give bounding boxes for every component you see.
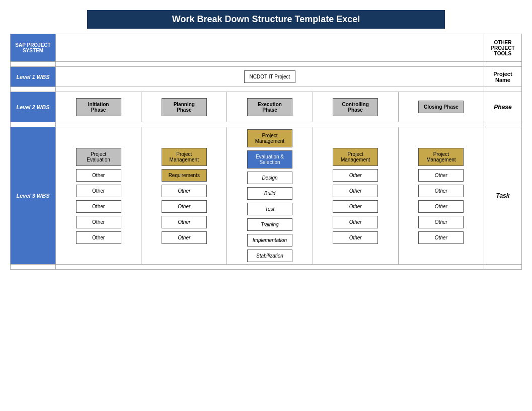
task-execution-4[interactable]: Build [247,187,292,200]
task-controlling-4[interactable]: Other [333,200,378,213]
planning-tasks: Project Management Requirements Other Ot… [141,127,227,265]
task-execution-6[interactable]: Training [247,218,292,231]
task-closing-6[interactable]: Other [418,231,464,244]
task-initiation-3[interactable]: Other [76,185,121,197]
task-controlling-2[interactable]: Other [333,169,378,182]
task-execution-8[interactable]: Stabilization [247,250,292,262]
phase-closing: Closing Phase [418,101,464,113]
controlling-tasks: Project Management Other Other Other Oth… [313,127,398,265]
main-table: SAP PROJECT SYSTEM OTHER PROJECT TOOLS L… [10,34,522,270]
phase-label: Phase [484,92,522,122]
closing-tasks: Project Management Other Other Other Oth… [398,127,484,265]
task-planning-1[interactable]: Project Management [162,148,207,166]
page-title: Work Break Down Structure Template Excel [87,10,445,29]
task-planning-5[interactable]: Other [162,216,207,228]
task-planning-2[interactable]: Requirements [162,169,207,182]
phase-planning: Planning Phase [162,98,207,116]
phase-controlling: Controlling Phase [333,98,378,116]
phase-initiation: Initiation Phase [76,98,121,116]
task-controlling-6[interactable]: Other [333,231,378,244]
phase-execution: Execution Phase [247,98,292,116]
task-controlling-1[interactable]: Project Management [333,148,378,166]
task-planning-3[interactable]: Other [162,185,207,197]
task-closing-2[interactable]: Other [418,169,464,182]
task-initiation-2[interactable]: Other [76,169,121,182]
ncdot-box: NCDOT IT Project [244,70,296,83]
task-initiation-4[interactable]: Other [76,200,121,213]
level3-label: Level 3 WBS [11,127,56,265]
task-initiation-5[interactable]: Other [76,216,121,228]
task-closing-3[interactable]: Other [418,185,464,197]
task-controlling-3[interactable]: Other [333,185,378,197]
task-initiation-1[interactable]: Project Evaluation [76,148,121,166]
task-execution-3[interactable]: Design [247,172,292,184]
task-controlling-5[interactable]: Other [333,216,378,228]
level2-label: Level 2 WBS [11,92,56,122]
task-execution-7[interactable]: Implementation [247,234,292,246]
task-closing-4[interactable]: Other [418,200,464,213]
sap-header: SAP PROJECT SYSTEM [11,34,56,62]
task-label: Task [484,127,522,265]
level1-label: Level 1 WBS [11,67,56,87]
task-execution-1[interactable]: Project Management [247,129,292,147]
task-execution-5[interactable]: Test [247,203,292,215]
other-tools-header: OTHER PROJECT TOOLS [484,34,522,62]
task-planning-4[interactable]: Other [162,200,207,213]
task-planning-6[interactable]: Other [162,231,207,244]
page-container: Work Break Down Structure Template Excel… [10,10,522,270]
project-name-label: Project Name [484,67,522,87]
execution-tasks: Project Management Evaluation & Selectio… [227,127,313,265]
task-closing-1[interactable]: Project Management [418,148,464,166]
task-closing-5[interactable]: Other [418,216,464,228]
task-initiation-6[interactable]: Other [76,231,121,244]
initiation-tasks: Project Evaluation Other Other Other Oth… [56,127,141,265]
task-execution-2[interactable]: Evaluation & Selection [247,150,292,169]
